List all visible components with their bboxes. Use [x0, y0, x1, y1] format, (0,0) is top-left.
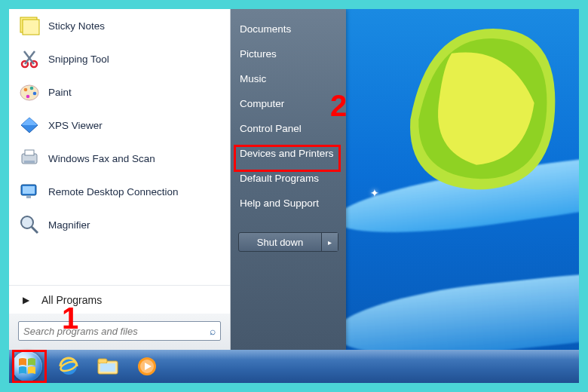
- xps-viewer-icon: [18, 114, 41, 136]
- sidebar-item-computer[interactable]: Computer: [231, 91, 346, 116]
- start-button[interactable]: [12, 351, 42, 381]
- svg-point-17: [21, 216, 33, 228]
- remote-desktop-icon: [18, 180, 41, 203]
- search-icon: ⌕: [210, 325, 216, 337]
- search-box[interactable]: ⌕: [18, 321, 221, 341]
- program-label: Paint: [48, 87, 72, 98]
- program-label: Snipping Tool: [48, 54, 109, 65]
- fax-scan-icon: [18, 147, 41, 170]
- start-menu: Sticky Notes Snipping Tool Paint XPS Vie…: [9, 9, 346, 350]
- paint-icon: [18, 81, 41, 103]
- sticky-notes-icon: [18, 14, 41, 37]
- svg-rect-13: [24, 161, 35, 163]
- magnifier-icon: [18, 213, 41, 236]
- tutorial-frame: ✦ Sticky Notes Snipping Tool Paint: [0, 0, 588, 392]
- sidebar-item-default-programs[interactable]: Default Programs: [231, 166, 346, 191]
- sidebar-item-help-support[interactable]: Help and Support: [231, 191, 346, 216]
- recent-programs-list: Sticky Notes Snipping Tool Paint XPS Vie…: [9, 9, 230, 285]
- sidebar-item-documents[interactable]: Documents: [231, 17, 346, 41]
- svg-rect-16: [26, 196, 31, 198]
- svg-rect-12: [25, 150, 34, 155]
- shutdown-button[interactable]: Shut down ▸: [238, 232, 338, 252]
- chevron-right-icon: ▶: [23, 295, 29, 305]
- svg-point-8: [30, 87, 34, 90]
- sidebar-item-music[interactable]: Music: [231, 66, 346, 91]
- snipping-tool-icon: [18, 47, 41, 70]
- taskbar-explorer[interactable]: [95, 354, 121, 379]
- program-remote-desktop[interactable]: Remote Desktop Connection: [9, 175, 230, 208]
- taskbar: [9, 350, 579, 383]
- windows-leaf-wallpaper: [394, 20, 559, 194]
- svg-rect-15: [23, 186, 35, 194]
- taskbar-ie[interactable]: [56, 354, 81, 379]
- program-label: Sticky Notes: [48, 20, 105, 32]
- sidebar-item-control-panel[interactable]: Control Panel: [231, 116, 346, 141]
- all-programs-button[interactable]: ▶ All Programs: [9, 285, 230, 314]
- program-xps-viewer[interactable]: XPS Viewer: [9, 109, 230, 142]
- start-menu-right-pane: Documents Pictures Music Computer Contro…: [231, 9, 346, 350]
- svg-rect-22: [98, 359, 107, 363]
- svg-rect-1: [23, 20, 39, 35]
- program-sticky-notes[interactable]: Sticky Notes: [9, 9, 230, 42]
- sparkle-icon: ✦: [370, 187, 379, 199]
- sidebar-item-pictures[interactable]: Pictures: [231, 41, 346, 66]
- svg-point-9: [33, 92, 37, 96]
- program-label: Windows Fax and Scan: [48, 153, 155, 164]
- shutdown-label: Shut down: [239, 237, 321, 248]
- search-area: ⌕: [9, 314, 230, 350]
- svg-point-7: [24, 88, 28, 92]
- program-paint[interactable]: Paint: [9, 75, 230, 109]
- start-menu-left-pane: Sticky Notes Snipping Tool Paint XPS Vie…: [9, 9, 231, 350]
- search-input[interactable]: [23, 326, 210, 337]
- taskbar-media-player[interactable]: [134, 354, 160, 379]
- program-label: Magnifier: [48, 219, 90, 231]
- sidebar-item-devices-printers[interactable]: Devices and Printers: [231, 141, 346, 166]
- file-explorer-icon: [96, 355, 120, 378]
- program-fax-scan[interactable]: Windows Fax and Scan: [9, 142, 230, 175]
- program-label: XPS Viewer: [48, 120, 103, 131]
- all-programs-label: All Programs: [41, 294, 102, 306]
- windows-logo-icon: [17, 357, 37, 376]
- internet-explorer-icon: [57, 355, 80, 378]
- program-magnifier[interactable]: Magnifier: [9, 208, 230, 241]
- svg-point-10: [26, 95, 30, 99]
- program-label: Remote Desktop Connection: [48, 186, 179, 198]
- svg-rect-23: [100, 363, 115, 372]
- program-snipping-tool[interactable]: Snipping Tool: [9, 42, 230, 75]
- shutdown-options-arrow[interactable]: ▸: [321, 233, 338, 251]
- desktop: ✦ Sticky Notes Snipping Tool Paint: [9, 9, 579, 383]
- svg-line-18: [32, 227, 38, 233]
- media-player-icon: [136, 355, 158, 378]
